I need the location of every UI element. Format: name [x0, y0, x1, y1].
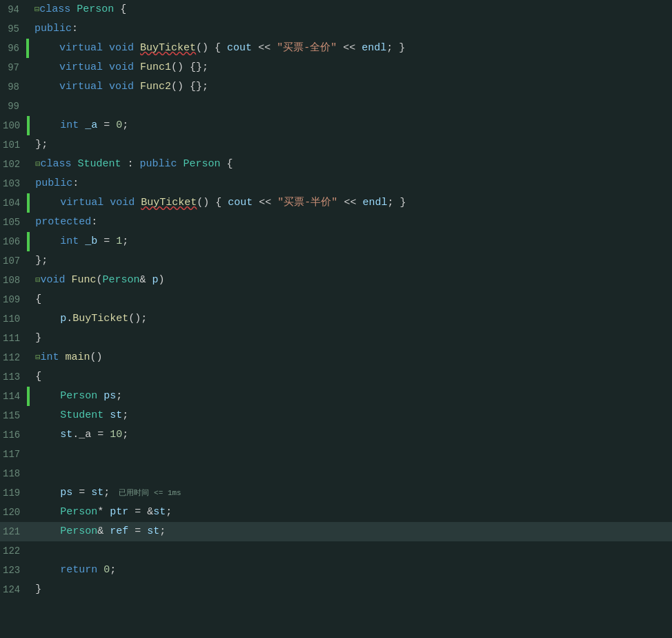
- code-line: 123 return 0;: [0, 561, 672, 580]
- code-line: 122: [0, 541, 672, 561]
- code-content: [30, 541, 672, 561]
- code-content: [29, 97, 672, 116]
- normal-token: [134, 42, 140, 54]
- normal-token: ; }: [387, 197, 406, 209]
- normal-token: :: [121, 158, 140, 170]
- fn-ul-token: BuyTicket: [141, 197, 197, 209]
- normal-token: ();: [128, 313, 147, 325]
- code-line: 114 Person ps;: [0, 387, 672, 406]
- kw-token: void: [110, 197, 135, 209]
- normal-token: [34, 81, 59, 93]
- punct-token: ;: [202, 61, 208, 73]
- line-number: 122: [0, 541, 27, 561]
- var-token: ps: [103, 390, 116, 402]
- var-token: cout: [228, 197, 253, 209]
- normal-token: =: [97, 119, 116, 131]
- normal-token: [35, 313, 60, 325]
- code-line: 117: [0, 445, 672, 464]
- code-content: st._a = 10;: [30, 425, 672, 445]
- normal-token: ;: [122, 429, 128, 441]
- normal-token: [35, 487, 60, 499]
- line-number: 121: [0, 522, 27, 541]
- normal-token: [97, 390, 103, 402]
- code-line: 105protected:: [0, 213, 672, 232]
- normal-token: :: [91, 216, 97, 228]
- normal-token: [79, 235, 85, 247]
- code-line: 119 ps = st; 已用时间 <= 1ms: [0, 483, 672, 503]
- line-number: 102: [0, 155, 27, 174]
- code-content: p.BuyTicket();: [30, 309, 672, 329]
- normal-token: [34, 61, 59, 73]
- line-number: 112: [0, 348, 27, 367]
- line-number: 101: [0, 135, 27, 155]
- normal-token: ;: [110, 564, 116, 576]
- code-line: 121 Person& ref = st;: [0, 522, 672, 541]
- kw-token: void: [109, 81, 134, 93]
- normal-token: =: [72, 487, 91, 499]
- code-content: {: [30, 367, 672, 387]
- line-number: 106: [0, 232, 27, 251]
- fn-token: BuyTicket: [72, 313, 128, 325]
- kw-token: int: [40, 351, 59, 363]
- line-number: 124: [0, 580, 27, 599]
- normal-token: {: [35, 371, 41, 383]
- normal-token: [35, 429, 60, 441]
- normal-token: [35, 506, 60, 518]
- line-number: 120: [0, 503, 27, 522]
- code-content: protected:: [30, 213, 672, 232]
- kw-token: public: [34, 23, 72, 35]
- var-token: ptr: [110, 506, 128, 518]
- line-number: 118: [0, 464, 27, 483]
- normal-token: [35, 390, 60, 402]
- normal-token: :: [72, 177, 79, 189]
- normal-token: {: [35, 293, 41, 305]
- code-content: }: [30, 580, 672, 599]
- normal-token: [177, 158, 184, 170]
- normal-token: }: [35, 332, 41, 344]
- normal-token: [35, 525, 60, 537]
- normal-token: <<: [337, 197, 362, 209]
- var-token: endl: [362, 42, 386, 54]
- code-content: ⊟class Person {: [29, 0, 672, 19]
- num-token: 10: [110, 429, 122, 441]
- line-number: 97: [0, 58, 26, 77]
- code-content: Student st;: [30, 406, 672, 425]
- normal-token: [97, 564, 103, 576]
- line-number: 123: [0, 561, 27, 580]
- var-token: endl: [362, 197, 387, 209]
- normal-token: {: [221, 158, 233, 170]
- line-number: 109: [0, 290, 27, 309]
- normal-token: ;: [159, 525, 166, 537]
- normal-token: =: [97, 235, 116, 247]
- normal-token: [103, 81, 109, 93]
- code-content: ps = st; 已用时间 <= 1ms: [30, 483, 672, 503]
- normal-token: [70, 3, 77, 15]
- kw-token: public: [140, 158, 177, 170]
- var-token: st: [153, 506, 166, 518]
- type-token: Person: [60, 390, 97, 402]
- code-line: 99: [0, 97, 672, 116]
- normal-token: ;: [103, 487, 110, 499]
- normal-token: [34, 42, 59, 54]
- normal-token: [103, 42, 109, 54]
- line-number: 114: [0, 387, 27, 406]
- normal-token: [103, 61, 109, 73]
- code-content: virtual void BuyTicket() { cout << "买票-全…: [29, 39, 672, 58]
- fn-token: main: [65, 351, 90, 363]
- var-token: st: [60, 429, 72, 441]
- code-content: Person& ref = st;: [30, 522, 672, 541]
- normal-token: () {}: [171, 61, 202, 73]
- code-line: 103public:: [0, 174, 672, 193]
- var-token: _b: [85, 235, 97, 247]
- normal-token: [35, 119, 60, 131]
- kw-token: virtual: [60, 197, 103, 209]
- var-token: _a: [85, 119, 97, 131]
- code-content: ⊟void Func(Person& p): [30, 271, 672, 290]
- normal-token: () {: [196, 42, 227, 54]
- normal-token: }: [35, 583, 41, 595]
- code-content: ⊟int main(): [30, 348, 672, 367]
- kw-token: void: [40, 274, 65, 286]
- normal-token: [35, 197, 60, 209]
- code-content: return 0;: [30, 561, 672, 580]
- kw-token: void: [109, 61, 134, 73]
